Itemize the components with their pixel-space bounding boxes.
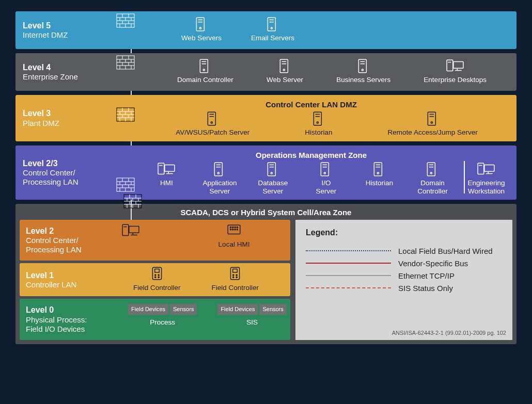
vertical-divider (464, 161, 465, 193)
controller-icon (148, 266, 166, 282)
server-icon (370, 161, 388, 177)
level-title: Level 2 (26, 226, 101, 236)
zone-level-4: Level 4 Enterprise Zone Domain Controlle… (15, 53, 517, 91)
node-email-servers: Email Servers (239, 17, 306, 42)
firewall-icon (116, 107, 135, 122)
level-subtitle: Controller LAN (26, 280, 101, 289)
node-app-server: ApplicationServer (201, 161, 238, 196)
node-local-hmi: Local HMI (216, 223, 252, 249)
chip-field-devices: Field Devices (217, 304, 258, 315)
firewall-icon (116, 13, 135, 28)
legend-item-sis: SIS Status Only (306, 284, 502, 293)
legend-item-vendor: Vendor-Specific Bus (306, 259, 502, 268)
level-title: Level 3 (23, 108, 99, 118)
zone-level-0: Level 0 Physical Process: Field I/O Devi… (20, 299, 290, 340)
server-desktop-icon (446, 58, 464, 74)
level-title: Level 2/3 (23, 158, 99, 168)
zone-level-2-3: Level 2/3 Control Center/ Processing LAN… (15, 146, 517, 200)
node-enterprise-desktops: Enterprise Desktops (424, 58, 487, 84)
controller-icon (226, 266, 244, 282)
node-field-controller-1: Field Controller (133, 266, 181, 292)
level-subtitle-2: Processing LAN (23, 177, 99, 187)
line-swatch-solid (306, 263, 391, 264)
level-subtitle-2: Field I/O Devices (26, 325, 101, 334)
node-web-server: Web Server (267, 58, 303, 84)
server-icon (196, 58, 214, 74)
server-icon (276, 58, 294, 74)
node-process: Field DevicesSensors Process (128, 304, 197, 327)
level-title: Level 1 (26, 270, 101, 280)
server-icon (424, 161, 441, 177)
zone-header: Control Center LAN DMZ (106, 100, 517, 109)
node-field-controller-2: Field Controller (212, 266, 259, 292)
chip-sensors: Sensors (259, 304, 286, 315)
zone-scada-outer: SCADA, DCS or Hybrid System Cell/Area Zo… (15, 204, 517, 344)
node-business-servers: Business Servers (336, 58, 390, 84)
level-title: Level 5 (23, 21, 99, 30)
node-web-servers: Web Servers (168, 17, 235, 42)
node-historian: Historian (361, 161, 397, 187)
server-icon (355, 58, 372, 74)
line-swatch-solid (306, 275, 391, 276)
zone-level-5: Level 5 Internet DMZ Web Servers Email S… (15, 11, 517, 49)
zone-header: Operations Management Zone (106, 151, 517, 159)
firewall-icon (123, 194, 142, 208)
server-icon (211, 161, 228, 177)
node-domain-controller: Domain Controller (177, 58, 233, 84)
node-remote-access: Remote Access/Jump Server (388, 111, 478, 137)
hmi-panel-icon (225, 223, 243, 238)
server-icon (193, 17, 210, 32)
server-icon (424, 111, 442, 126)
level-title: Level 4 (23, 62, 99, 72)
server-icon (204, 111, 222, 126)
node-db-server: DatabaseServer (255, 161, 291, 196)
zone-level-1: Level 1 Controller LAN Field Controller … (20, 263, 290, 296)
line-swatch-dashed (306, 287, 391, 288)
node-hmi: HMI (148, 161, 184, 187)
node-workstation (113, 223, 149, 249)
legend-item-fieldbus: Local Field Bus/Hard Wired (306, 247, 502, 255)
zone-level-2: Level 2 Control Center/ Processing LAN L… (20, 220, 290, 261)
legend-item-ethernet: Ethernet TCP/IP (306, 271, 502, 280)
chip-field-devices: Field Devices (128, 304, 168, 315)
server-desktop-icon (158, 161, 175, 177)
node-historian: Historian (301, 111, 337, 137)
node-sis: Field DevicesSensors SIS (217, 304, 286, 327)
node-eng-workstation: EngineeringWorkstation (467, 161, 505, 196)
zone-header: SCADA, DCS or Hybrid System Cell/Area Zo… (20, 208, 512, 217)
legend-title: Legend: (306, 228, 502, 237)
zone-level-3: Level 3 Plant DMZ Control Center LAN DMZ… (15, 95, 517, 141)
server-desktop-icon (122, 223, 139, 238)
node-av-wsus: AV/WSUS/Patch Server (176, 111, 249, 137)
level-subtitle: Enterprise Zone (23, 72, 99, 82)
level-subtitle-1: Control Center/ (26, 236, 101, 245)
level-subtitle-1: Physical Process: (26, 315, 101, 325)
node-io-server: I/OServer (308, 161, 344, 196)
server-desktop-icon (477, 161, 495, 177)
level-subtitle: Internet DMZ (23, 30, 99, 40)
firewall-icon (116, 55, 135, 70)
level-subtitle: Plant DMZ (23, 119, 99, 128)
level-subtitle-2: Processing LAN (26, 245, 101, 254)
server-icon (264, 161, 281, 177)
node-domain-controller: DomainController (414, 161, 450, 196)
chip-sensors: Sensors (170, 304, 197, 315)
level-subtitle-1: Control Center/ (23, 168, 99, 177)
legend-footnote: ANSI/ISA-62443-2-1 (99.02.01)-2009 pg. 1… (392, 330, 506, 336)
level-title: Level 0 (26, 305, 101, 315)
line-swatch-dotted (306, 250, 391, 251)
server-icon (264, 17, 281, 32)
server-icon (317, 161, 335, 177)
firewall-icon (116, 177, 135, 192)
server-icon (310, 111, 327, 126)
legend: Legend: Local Field Bus/Hard Wired Vendo… (295, 220, 512, 340)
